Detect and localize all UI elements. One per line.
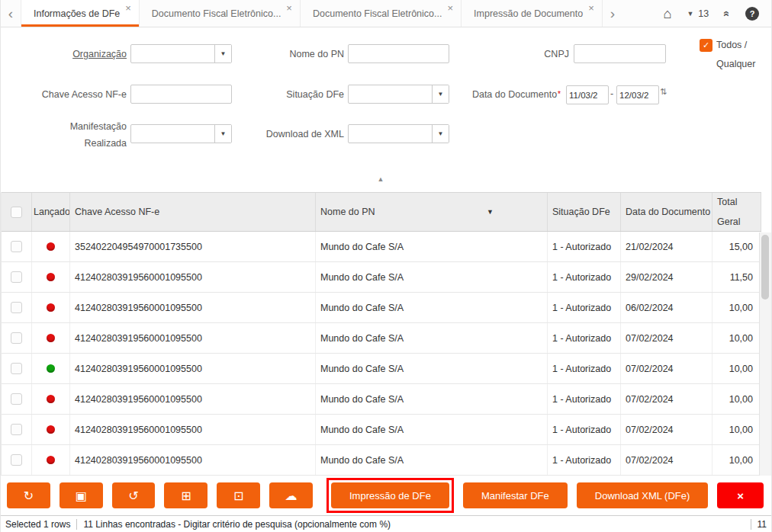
cell-chave: 412402803919560001095500: [70, 293, 316, 322]
tab-documento-fiscal-1[interactable]: Documento Fiscal Eletrônico... ×: [140, 0, 301, 27]
tab-label: Documento Fiscal Eletrônico...: [152, 8, 281, 19]
row-checkbox[interactable]: [11, 332, 22, 344]
vertical-scrollbar[interactable]: [759, 232, 771, 476]
separator: [76, 519, 77, 530]
row-checkbox[interactable]: [11, 302, 22, 313]
close-icon[interactable]: ×: [588, 3, 594, 13]
row-count: 11: [758, 519, 767, 530]
cell-chave: 412402803919560001095500: [70, 384, 316, 414]
chave-acesso-label: Chave Acesso NF-e: [16, 88, 127, 101]
chevron-down-icon: ▼: [687, 10, 693, 18]
header-data[interactable]: Data do Documento: [621, 193, 712, 231]
nome-pn-input[interactable]: [348, 44, 449, 63]
tab-informacoes-dfe[interactable]: Informações de DFe ×: [21, 0, 140, 27]
chevron-down-icon[interactable]: ▼: [432, 125, 449, 143]
table-row[interactable]: 352402204954970001735500 Mundo do Cafe S…: [2, 232, 761, 262]
todos-label-line2: Qualquer: [716, 59, 770, 69]
close-icon[interactable]: ×: [125, 3, 131, 13]
tab-documento-fiscal-2[interactable]: Documento Fiscal Eletrônico... ×: [301, 0, 462, 27]
organizacao-combo[interactable]: ▼: [130, 44, 232, 63]
tab-label: Informações de DFe: [34, 8, 120, 19]
organizacao-label[interactable]: Organização: [16, 48, 127, 60]
row-checkbox[interactable]: [11, 241, 22, 252]
window-list-dropdown[interactable]: ▼ 13: [687, 8, 709, 19]
row-checkbox[interactable]: [11, 424, 22, 435]
chevron-down-icon[interactable]: ▼: [214, 125, 231, 143]
cnpj-input[interactable]: [574, 44, 666, 63]
cell-data: 07/02/2024: [621, 384, 712, 414]
header-chave[interactable]: Chave Acesso NF-e: [70, 193, 316, 231]
move-selection-icon: ⊡: [233, 489, 243, 503]
row-checkbox-cell: [2, 445, 32, 475]
status-bar: Selected 1 rows 11 Linhas encontradas - …: [1, 515, 771, 532]
row-checkbox[interactable]: [11, 454, 22, 466]
home-icon[interactable]: ⌂: [664, 7, 672, 21]
chave-acesso-input[interactable]: [130, 85, 232, 104]
tabs-scroll-right-icon[interactable]: ›: [603, 0, 622, 27]
header-nome[interactable]: Nome do PN ▼: [316, 193, 548, 231]
header-total[interactable]: Total Geral: [712, 193, 761, 231]
sort-icon[interactable]: ▼: [487, 208, 494, 216]
manifestacao-label-line2: Realizada: [16, 137, 127, 149]
close-window-button[interactable]: ×: [717, 482, 764, 508]
row-checkbox-cell: [2, 384, 32, 414]
data-to-input[interactable]: [616, 85, 659, 104]
header-situacao[interactable]: Situação DFe: [548, 193, 621, 231]
chevron-down-icon[interactable]: ▼: [214, 45, 231, 62]
collapse-panel-arrow-icon[interactable]: ▲: [1, 175, 761, 183]
status-dot: [47, 273, 55, 281]
select-all-checkbox[interactable]: [11, 207, 22, 218]
date-range-separator: -: [609, 88, 615, 99]
table-row[interactable]: 412402803919560001095500 Mundo do Cafe S…: [2, 262, 761, 293]
manifestacao-combo[interactable]: ▼: [130, 124, 232, 143]
cell-total: 10,00: [712, 384, 761, 414]
row-checkbox-cell: [2, 262, 32, 292]
manifestar-dfe-button[interactable]: Manifestar DFe: [463, 482, 568, 508]
situacao-dfe-combo[interactable]: ▼: [348, 85, 449, 104]
table-row[interactable]: 412402803919560001095500 Mundo do Cafe S…: [2, 445, 761, 476]
header-total-line2: Geral: [717, 216, 741, 227]
row-checkbox[interactable]: [11, 271, 22, 283]
table-row[interactable]: 412402803919560001095500 Mundo do Cafe S…: [2, 354, 761, 384]
close-icon[interactable]: ×: [286, 3, 292, 13]
cell-situacao: 1 - Autorizado: [548, 293, 621, 322]
download-xml-button[interactable]: Download XML (DFe): [577, 482, 709, 508]
status-dot: [47, 456, 55, 464]
header-lancado[interactable]: Lançado: [32, 193, 70, 231]
cell-situacao: 1 - Autorizado: [548, 232, 621, 261]
row-checkbox[interactable]: [11, 363, 22, 374]
collapse-all-icon[interactable]: «: [721, 11, 733, 17]
table-row[interactable]: 412402803919560001095500 Mundo do Cafe S…: [2, 384, 761, 415]
close-icon[interactable]: ×: [447, 3, 453, 13]
todos-qualquer-checkbox[interactable]: ✓: [700, 39, 712, 52]
data-from-input[interactable]: [566, 85, 609, 104]
todos-label-line1: Todos /: [716, 40, 770, 50]
undo-button[interactable]: ↺: [112, 482, 156, 508]
scrollbar-thumb[interactable]: [761, 235, 769, 300]
row-checkbox[interactable]: [11, 393, 22, 405]
rows-found-text: 11 Linhas encontradas - Digitar critério…: [83, 519, 391, 530]
cell-chave: 412402803919560001095500: [70, 354, 316, 383]
download-xml-combo[interactable]: ▼: [348, 124, 449, 143]
select-all-button[interactable]: ⊞: [164, 482, 207, 508]
cell-total: 10,00: [712, 445, 761, 475]
header-total-line1: Total: [717, 197, 737, 207]
table-row[interactable]: 412402803919560001095500 Mundo do Cafe S…: [2, 323, 761, 354]
help-icon[interactable]: ?: [745, 7, 759, 21]
cloud-upload-button[interactable]: ☁: [269, 482, 313, 508]
row-checkbox-cell: [2, 323, 32, 353]
impressao-dfe-button[interactable]: Impressão de DFe: [331, 482, 449, 508]
refresh-button[interactable]: ↻: [7, 482, 50, 508]
table-row[interactable]: 412402803919560001095500 Mundo do Cafe S…: [2, 415, 761, 445]
date-spinner-icon[interactable]: ⇅: [660, 88, 667, 96]
tabs-scroll-left-icon[interactable]: ‹: [1, 0, 21, 27]
results-table: Lançado Chave Acesso NF-e Nome do PN ▼ S…: [1, 192, 771, 476]
cell-chave: 412402803919560001095500: [70, 262, 316, 292]
export-button[interactable]: ▣: [60, 482, 103, 508]
cell-lancado: [32, 384, 70, 414]
move-selection-button[interactable]: ⊡: [217, 482, 260, 508]
table-row[interactable]: 412402803919560001095500 Mundo do Cafe S…: [2, 293, 761, 323]
chevron-down-icon[interactable]: ▼: [432, 85, 449, 103]
cell-situacao: 1 - Autorizado: [548, 262, 621, 292]
tab-impressao-documento[interactable]: Impressão de Documento ×: [462, 0, 603, 27]
